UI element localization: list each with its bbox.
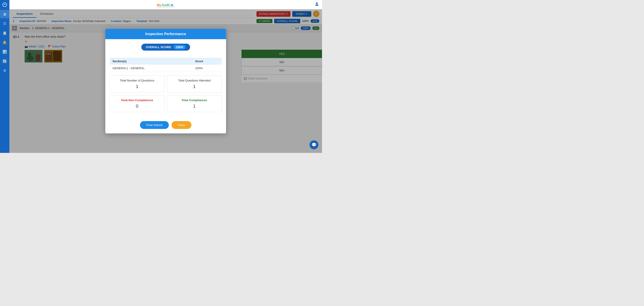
stat-total-questions: Total Number of Questions 1: [110, 76, 164, 92]
chat-icon: 💬: [312, 142, 316, 147]
stat-non-compliances-value: 0: [113, 104, 161, 109]
score-value-cell: 100%: [192, 65, 222, 72]
stat-questions-attended-value: 1: [170, 84, 218, 89]
modal-overall-score-label: OVERALL SCORE:: [146, 46, 172, 49]
sidebar-item-refresh[interactable]: 🔄: [0, 57, 10, 65]
modal-title: Inspection Performance: [145, 32, 186, 36]
stat-non-compliances-label: Total Non-Compliances: [113, 99, 161, 102]
stat-compliances-value: 1: [170, 104, 218, 109]
sidebar-logo: [0, 0, 10, 10]
sidebar: ⊞ ☰ 📋 🔔 📊 🔄 ⚙: [0, 0, 10, 153]
topbar-logo: My Audit ie: [157, 2, 175, 8]
modal-footer: Final Submit Close: [105, 121, 226, 133]
svg-point-5: [316, 3, 318, 4]
svg-text:My: My: [157, 3, 161, 7]
stats-grid: Total Number of Questions 1 Total Questi…: [110, 76, 222, 112]
user-avatar[interactable]: [314, 2, 319, 8]
modal-close-button[interactable]: Close: [172, 121, 192, 129]
sidebar-item-chart[interactable]: 📊: [0, 48, 10, 56]
score-table-col2: Score: [192, 58, 222, 65]
score-table-row: GENERAL1 - GENERAL. 100%: [110, 65, 222, 72]
inspection-performance-modal: Inspection Performance OVERALL SCORE: 10…: [105, 29, 226, 133]
chat-bubble[interactable]: 💬: [310, 140, 318, 149]
stat-compliances: Total Compliances 1: [167, 95, 222, 112]
topbar: My Audit ie: [10, 0, 322, 10]
stat-total-questions-value: 1: [113, 84, 161, 89]
stat-questions-attended: Total Questions Attended 1: [167, 76, 222, 92]
sidebar-item-menu[interactable]: ☰: [0, 19, 10, 28]
modal-overall-score-value: 100%: [174, 45, 185, 49]
svg-point-0: [3, 3, 7, 7]
stat-total-questions-label: Total Number of Questions: [113, 79, 161, 82]
sidebar-item-settings[interactable]: ⚙: [0, 66, 10, 75]
sidebar-item-grid[interactable]: ⊞: [0, 10, 10, 18]
final-submit-button[interactable]: Final Submit: [140, 121, 168, 129]
modal-overall-score: OVERALL SCORE: 100%: [141, 44, 190, 51]
modal-body: OVERALL SCORE: 100% Section(s) Score: [105, 39, 226, 121]
score-table-col1: Section(s): [110, 58, 192, 65]
sidebar-item-clipboard[interactable]: 📋: [0, 29, 10, 37]
stat-compliances-label: Total Compliances: [170, 99, 218, 102]
svg-text:Audit: Audit: [162, 3, 170, 7]
content-area: Inspections Schedules BYPASS MANDATORY ✕…: [10, 10, 322, 153]
score-section-cell: GENERAL1 - GENERAL.: [110, 65, 192, 72]
stat-non-compliances: Total Non-Compliances 0: [110, 95, 164, 112]
modal-overlay: Inspection Performance OVERALL SCORE: 10…: [10, 10, 322, 153]
svg-text:ie: ie: [170, 3, 173, 7]
modal-header: Inspection Performance: [105, 29, 226, 39]
stat-questions-attended-label: Total Questions Attended: [170, 79, 218, 82]
sidebar-item-bell[interactable]: 🔔: [0, 38, 10, 47]
score-table: Section(s) Score GENERAL1 - GENERAL. 100…: [110, 58, 222, 72]
